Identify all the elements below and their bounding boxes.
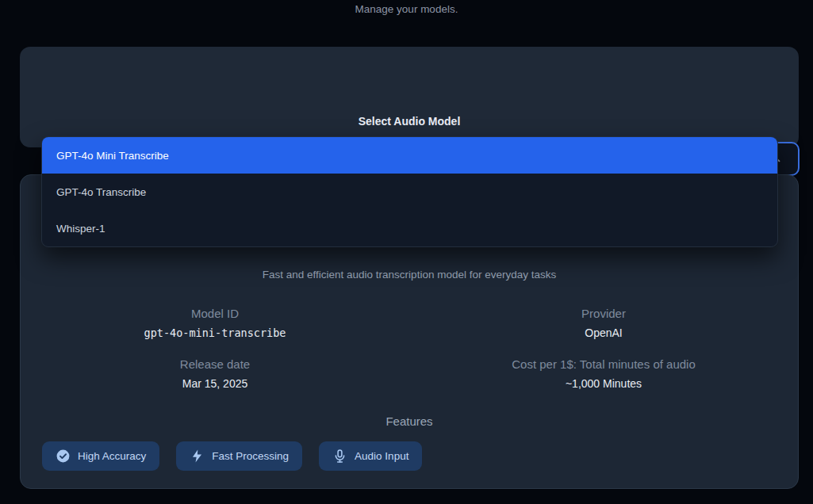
info-value: ~1,000 Minutes bbox=[409, 377, 798, 390]
info-label: Cost per 1$: Total minutes of audio bbox=[409, 357, 798, 371]
selector-card-title: Select Audio Model bbox=[20, 115, 799, 128]
feature-badge-label: High Accuracy bbox=[78, 450, 146, 462]
check-circle-icon bbox=[56, 449, 71, 464]
dropdown-option-gpt-4o-mini-transcribe[interactable]: GPT-4o Mini Transcribe bbox=[42, 137, 777, 174]
dropdown-option-whisper-1[interactable]: Whisper-1 bbox=[42, 210, 777, 246]
features-row: High Accuracy Fast Processing Audio Inpu… bbox=[42, 441, 422, 471]
info-release-date: Release date Mar 15, 2025 bbox=[21, 357, 409, 390]
feature-badge-high-accuracy: High Accuracy bbox=[42, 441, 159, 471]
info-cost: Cost per 1$: Total minutes of audio ~1,0… bbox=[409, 357, 798, 390]
info-value: Mar 15, 2025 bbox=[21, 377, 409, 390]
info-label: Release date bbox=[21, 357, 409, 371]
model-description: Fast and efficient audio transcription m… bbox=[21, 269, 798, 281]
feature-badge-label: Fast Processing bbox=[212, 450, 289, 462]
model-selector-card: Select Audio Model GPT-4o Mini Transcrib… bbox=[20, 47, 799, 147]
feature-badge-fast-processing: Fast Processing bbox=[176, 441, 302, 471]
info-label: Provider bbox=[409, 307, 798, 320]
info-value: gpt-4o-mini-transcribe bbox=[21, 326, 409, 339]
features-title: Features bbox=[21, 414, 798, 428]
feature-badge-audio-input: Audio Input bbox=[319, 441, 422, 471]
page-subtitle: Manage your models. bbox=[0, 3, 813, 15]
microphone-icon bbox=[332, 449, 347, 464]
model-dropdown-list: GPT-4o Mini Transcribe GPT-4o Transcribe… bbox=[41, 136, 778, 247]
info-label: Model ID bbox=[21, 307, 409, 320]
bolt-icon bbox=[190, 449, 205, 464]
info-value: OpenAI bbox=[409, 326, 798, 339]
info-model-id: Model ID gpt-4o-mini-transcribe bbox=[21, 307, 409, 339]
dropdown-option-gpt-4o-transcribe[interactable]: GPT-4o Transcribe bbox=[42, 174, 777, 210]
feature-badge-label: Audio Input bbox=[355, 450, 408, 462]
info-provider: Provider OpenAI bbox=[409, 307, 798, 339]
